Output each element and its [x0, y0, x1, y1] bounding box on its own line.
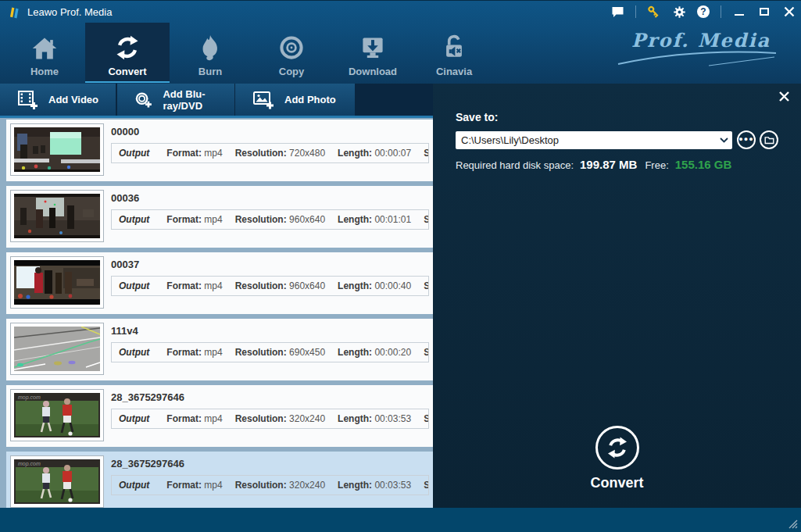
brand-script: Prof. Media — [615, 29, 787, 67]
help-icon[interactable]: ? — [697, 5, 710, 18]
folder-icon — [764, 136, 774, 145]
convert-button[interactable]: Convert — [433, 426, 801, 491]
brand-swoosh — [615, 50, 779, 67]
feedback-chat-icon[interactable] — [610, 5, 624, 19]
titlebar-separator — [635, 5, 636, 18]
maximize-button[interactable] — [757, 5, 771, 19]
panel-close-icon[interactable] — [778, 91, 792, 105]
convert-circle-icon — [595, 426, 639, 470]
video-thumbnail — [10, 323, 104, 375]
home-icon — [30, 31, 59, 64]
convert-button-label: Convert — [590, 475, 643, 491]
photo-plus-icon — [252, 90, 275, 110]
video-meta: Output Format: mp4 Resolution: 320x240 L… — [111, 475, 429, 495]
status-bar — [0, 508, 801, 532]
ellipsis-icon: ●●● — [738, 135, 753, 143]
tab-convert[interactable]: Convert — [85, 23, 170, 83]
save-path-combobox[interactable]: C:\Users\Lily\Desktop — [456, 131, 732, 149]
save-to-label: Save to: — [456, 111, 498, 123]
add-video-button[interactable]: Add Video — [0, 84, 116, 116]
disk-space-line: Required hard disk space: 199.87 MB Free… — [456, 158, 731, 171]
tab-home[interactable]: Home — [4, 23, 85, 83]
video-file-list[interactable]: 00000 Output Format: mp4 Resolution: 720… — [0, 118, 433, 508]
video-meta: Output Format: mp4 Resolution: 960x640 L… — [111, 209, 429, 230]
leawo-logo-icon — [8, 5, 21, 19]
add-bluray-dvd-button[interactable]: Add Blu-ray/DVD — [117, 84, 234, 116]
tab-cinavia[interactable]: Cinavia — [413, 23, 495, 83]
video-title: 28_3675297646 — [111, 458, 429, 470]
video-thumbnail — [10, 190, 104, 242]
video-meta: Output Format: mp4 Resolution: 960x640 L… — [111, 276, 429, 296]
output-settings-panel: Save to: C:\Users\Lily\Desktop ●●● Requi… — [433, 84, 801, 508]
minimize-button[interactable] — [732, 5, 746, 19]
cinavia-lock-icon — [440, 31, 468, 64]
free-space-value: 155.16 GB — [675, 158, 732, 171]
required-space-value: 199.87 MB — [580, 158, 637, 171]
svg-text:mop.com: mop.com — [18, 461, 41, 467]
video-meta: Output Format: mp4 Resolution: 720x480 L… — [111, 143, 429, 163]
video-title: 00037 — [111, 259, 429, 270]
resize-grip[interactable] — [787, 518, 799, 530]
copy-disc-icon — [277, 31, 306, 64]
video-thumbnail: mop.com — [10, 455, 104, 508]
free-space-label: Free: — [645, 159, 668, 171]
video-title: 00036 — [111, 192, 429, 204]
brand-script-text: Prof. Media — [631, 29, 771, 52]
top-banner: Leawo Prof. Media — [0, 0, 801, 84]
convert-sync-icon — [113, 31, 141, 64]
close-button[interactable] — [782, 5, 796, 19]
toolbar: Add Video Add Blu-ray/DVD Add Photo — [0, 84, 433, 116]
tab-download[interactable]: Download — [332, 23, 413, 83]
video-thumbnail — [10, 256, 104, 309]
app-window: Leawo Prof. Media — [0, 0, 801, 532]
disc-plus-icon — [134, 90, 153, 110]
video-list-item[interactable]: 111v4 Output Format: mp4 Resolution: 690… — [6, 319, 433, 380]
video-title: 00000 — [111, 126, 429, 137]
svg-text:mop.com: mop.com — [18, 395, 41, 401]
tab-copy[interactable]: Copy — [251, 23, 332, 83]
download-icon — [359, 31, 387, 64]
window-title: Leawo Prof. Media — [27, 6, 112, 18]
video-title: 28_3675297646 — [111, 391, 429, 403]
video-list-item[interactable]: mop.com 28_3675297646 Output Format: mp4… — [6, 452, 433, 508]
video-list-item[interactable]: 00037 Output Format: mp4 Resolution: 960… — [6, 252, 433, 314]
video-thumbnail — [10, 123, 104, 176]
tab-burn[interactable]: Burn — [170, 23, 251, 83]
save-path-value: C:\Users\Lily\Desktop — [456, 134, 715, 146]
video-list-item[interactable]: 00000 Output Format: mp4 Resolution: 720… — [6, 120, 433, 181]
video-thumbnail: mop.com — [10, 389, 104, 441]
main-nav: Home Convert — [4, 23, 495, 83]
titlebar: Leawo Prof. Media — [0, 1, 801, 23]
video-list-item[interactable]: 00036 Output Format: mp4 Resolution: 960… — [6, 186, 433, 248]
settings-gear-icon[interactable] — [672, 5, 686, 19]
video-meta: Output Format: mp4 Resolution: 690x450 L… — [111, 342, 429, 362]
chevron-down-icon — [715, 137, 732, 143]
titlebar-separator — [721, 5, 721, 18]
burn-flame-icon — [198, 31, 223, 64]
add-photo-button[interactable]: Add Photo — [234, 84, 355, 116]
register-key-icon[interactable] — [647, 5, 661, 19]
video-list-item[interactable]: mop.com 28_3675297646 Output Format: mp4… — [6, 385, 433, 447]
film-plus-icon — [17, 90, 39, 110]
video-title: 111v4 — [111, 325, 429, 337]
browse-folder-button[interactable]: ●●● — [737, 130, 756, 149]
open-folder-button[interactable] — [760, 130, 778, 149]
required-space-label: Required hard disk space: — [456, 159, 574, 171]
video-meta: Output Format: mp4 Resolution: 320x240 L… — [111, 409, 429, 429]
